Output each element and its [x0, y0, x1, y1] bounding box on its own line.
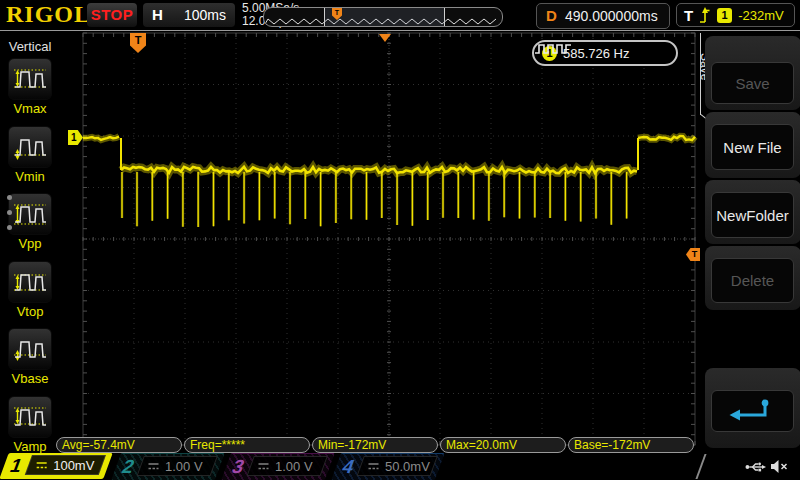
save-button[interactable]: Save [711, 62, 794, 104]
channel-1-status[interactable]: 1100mV [0, 453, 113, 479]
trigger-level-value: -232mV [738, 8, 784, 23]
sidebar-item-vpp[interactable]: Vpp [8, 193, 52, 251]
sidebar-item-vmax[interactable]: Vmax [8, 58, 52, 116]
channel-scale-box: 1.00 V [247, 456, 328, 476]
measurement-min: Min=-172mV [312, 437, 438, 453]
back-button[interactable] [711, 390, 794, 432]
measurement-results-bar: Avg=-57.4mVFreq=*****Min=-172mVMax=20.0m… [56, 437, 694, 453]
new-file-button[interactable]: New File [711, 124, 794, 170]
trigger-readout: T 1 -232mV [676, 3, 795, 27]
menu-page-dot [7, 210, 12, 215]
channel-scale-box: 1.00 V [137, 456, 218, 476]
run-state-indicator[interactable]: STOP [87, 3, 137, 27]
square-wave-icon [534, 42, 574, 55]
dc-coupling-icon [35, 461, 48, 470]
channel-number: 1 [7, 455, 26, 477]
channel-number: 3 [229, 456, 248, 478]
dc-coupling-icon [257, 462, 270, 471]
channel-4-status[interactable]: 450.0mV [331, 453, 445, 480]
return-arrow-icon [727, 396, 779, 426]
save-menu-panel: Save SaveNew FileNewFolderDelete [700, 31, 800, 452]
vamp-icon [8, 396, 52, 438]
rising-edge-icon [699, 6, 711, 25]
speaker-muted-icon [770, 459, 789, 474]
channel-scale-value: 100mV [53, 458, 94, 473]
channel-3-status[interactable]: 31.00 V [221, 453, 335, 480]
delete-button[interactable]: Delete [711, 258, 794, 303]
vmin-icon [8, 126, 52, 168]
sidebar-item-label: Vmax [8, 101, 52, 116]
display-window-region[interactable] [324, 8, 445, 26]
measurement-avg: Avg=-57.4mV [56, 437, 182, 453]
waveform-display-area: 1 T T 1 585.726 Hz [60, 30, 700, 448]
dc-coupling-icon [367, 462, 380, 471]
sidebar-item-label: Vpp [8, 236, 52, 251]
delay-label: D [546, 7, 557, 24]
vtop-icon [8, 261, 52, 303]
vmax-icon [8, 58, 52, 100]
oscilloscope-screen: RIGOL STOP H 100ms 5.00MSa/s 12.0M pts T… [0, 0, 800, 480]
top-status-bar: RIGOL STOP H 100ms 5.00MSa/s 12.0M pts T… [0, 0, 800, 30]
menu-page-dot [7, 225, 12, 230]
vbase-icon [8, 328, 52, 370]
frequency-counter: 1 585.726 Hz [532, 40, 678, 66]
vertical-measure-menu: Vertical VmaxVminVppVtopVbaseVamp [0, 31, 60, 452]
horizontal-center-marker [379, 34, 391, 42]
menu-page-dot [7, 195, 12, 200]
channel-status-bar: 1100mV21.00 V31.00 V450.0mV [0, 453, 800, 480]
newfolder-button[interactable]: NewFolder [711, 192, 794, 238]
sidebar-item-label: Vtop [8, 304, 52, 319]
usb-icon [745, 460, 767, 474]
vpp-icon [8, 193, 52, 235]
rigol-logo: RIGOL [6, 1, 91, 28]
menu-title: Vertical [0, 39, 60, 54]
channel-scale-box: 50.0mV [357, 456, 438, 476]
trigger-source-badge: 1 [717, 8, 732, 23]
sidebar-item-vamp[interactable]: Vamp [8, 396, 52, 454]
dc-coupling-icon [147, 462, 160, 471]
channel-number: 2 [119, 456, 138, 478]
delay-value: 490.000000ms [565, 8, 658, 24]
sidebar-item-vmin[interactable]: Vmin [8, 126, 52, 184]
sidebar-item-label: Vbase [8, 371, 52, 386]
channel-scale-value: 1.00 V [165, 459, 203, 474]
waveform-position-bar[interactable]: T [263, 7, 503, 27]
measurement-base: Base=-172mV [568, 437, 694, 453]
sidebar-item-label: Vmin [8, 169, 52, 184]
sidebar-item-vbase[interactable]: Vbase [8, 328, 52, 386]
channel-2-status[interactable]: 21.00 V [111, 453, 225, 480]
horizontal-timebase-readout[interactable]: H 100ms [143, 3, 235, 27]
status-divider [695, 454, 706, 479]
timebase-label: H [152, 6, 163, 23]
channel-number: 4 [339, 456, 358, 478]
trigger-label: T [684, 7, 693, 24]
timebase-value: 100ms [184, 7, 226, 23]
channel-scale-value: 50.0mV [385, 459, 430, 474]
sidebar-item-vtop[interactable]: Vtop [8, 261, 52, 319]
measurement-max: Max=20.0mV [440, 437, 566, 453]
channel1-waveform-trace [60, 30, 700, 448]
channel-scale-value: 1.00 V [275, 459, 313, 474]
trigger-delay-readout: D 490.000000ms [536, 3, 670, 29]
channel-scale-box: 100mV [25, 455, 106, 475]
sidebar-item-label: Vamp [8, 439, 52, 454]
measurement-freq: Freq=***** [184, 437, 310, 453]
